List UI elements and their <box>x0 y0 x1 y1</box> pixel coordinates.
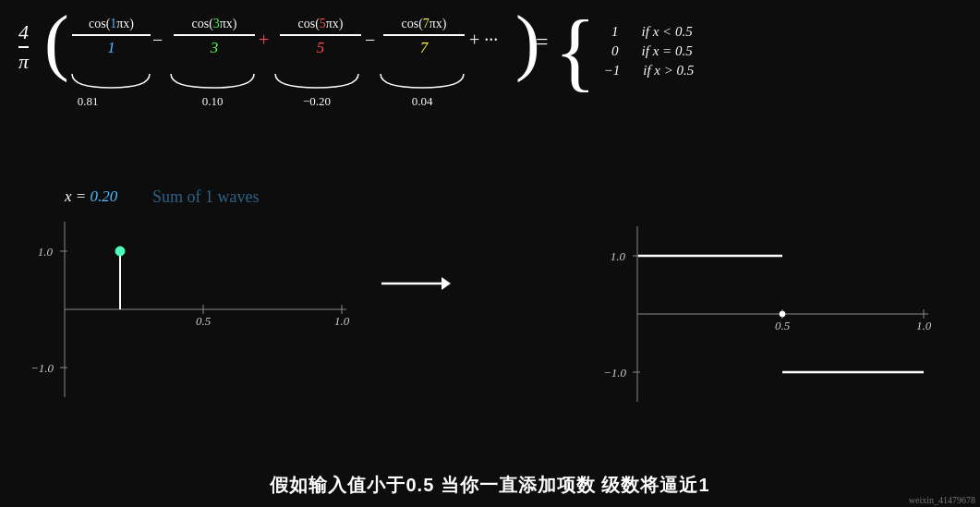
term2-numerator: cos(3πx) <box>191 17 236 31</box>
brace-4 <box>376 69 468 92</box>
piecewise-cases: 1 if x < 0.5 0 if x = 0.5 −1 if x > 0.5 <box>604 24 695 78</box>
svg-text:−1.0: −1.0 <box>603 366 627 380</box>
case2-condition: if x = 0.5 <box>642 43 693 59</box>
left-graph-svg: 1.0 −1.0 0.5 1.0 <box>14 212 360 416</box>
case1-value: 1 <box>604 24 619 40</box>
svg-text:1.0: 1.0 <box>38 245 54 259</box>
op1: − <box>152 30 163 51</box>
case-1: 1 if x < 0.5 <box>604 24 695 40</box>
brace-label-2: 0.10 <box>202 94 224 109</box>
svg-text:1.0: 1.0 <box>334 314 350 328</box>
term-3: cos(5πx) 5 <box>280 17 361 57</box>
case3-condition: if x > 0.5 <box>643 63 694 78</box>
brace-label-3: −0.20 <box>303 94 331 109</box>
op2: + <box>259 30 269 51</box>
svg-point-25 <box>780 311 785 317</box>
svg-text:−1.0: −1.0 <box>30 361 54 375</box>
curly-brace: { <box>554 14 597 89</box>
main-container: 4 π ( cos(1πx) 1 − cos(3πx) 3 + cos(5πx)… <box>0 0 980 507</box>
svg-point-11 <box>115 247 125 256</box>
brace-2 <box>166 69 259 92</box>
op4: + ··· <box>469 30 498 51</box>
op3: − <box>365 30 375 51</box>
svg-text:0.5: 0.5 <box>775 319 791 332</box>
arrow-container <box>377 268 455 304</box>
watermark: weixin_41479678 <box>909 495 975 505</box>
brace-label-1: 0.81 <box>78 94 99 109</box>
arrow-svg <box>377 268 455 300</box>
svg-text:1.0: 1.0 <box>916 319 932 332</box>
svg-text:0.5: 0.5 <box>196 314 212 328</box>
term3-denominator: 5 <box>317 39 325 57</box>
brace-3 <box>271 69 363 92</box>
piecewise-rhs: { 1 if x < 0.5 0 if x = 0.5 −1 if x > 0.… <box>554 14 694 89</box>
big-paren-left: ( <box>44 5 69 78</box>
fraction-denominator: π <box>18 50 29 74</box>
term1-numerator: cos(1πx) <box>89 17 134 31</box>
case-2: 0 if x = 0.5 <box>604 43 695 59</box>
formula-section: 4 π ( cos(1πx) 1 − cos(3πx) 3 + cos(5πx)… <box>9 9 971 171</box>
svg-text:1.0: 1.0 <box>611 249 626 263</box>
fraction-prefix: 4 π <box>18 20 29 74</box>
brace-label-4: 0.04 <box>412 94 433 109</box>
term-1: cos(1πx) 1 <box>72 17 151 57</box>
term-2: cos(3πx) 3 <box>174 17 255 57</box>
term-4: cos(7πx) 7 <box>383 17 465 57</box>
bottom-text: 假如输入值小于0.5 当你一直添加项数 级数将逼近1 <box>0 473 980 498</box>
right-graph-svg: 1.0 −1.0 0.5 1.0 <box>587 217 956 420</box>
term2-denominator: 3 <box>211 39 219 57</box>
case1-condition: if x < 0.5 <box>642 24 693 40</box>
case3-value: −1 <box>604 63 621 78</box>
term4-numerator: cos(7πx) <box>401 17 446 31</box>
equals-sign: = <box>536 30 549 54</box>
graph-subtitle: Sum of 1 waves <box>152 187 260 207</box>
svg-marker-13 <box>442 277 451 290</box>
x-value: 0.20 <box>91 187 118 205</box>
fraction-numerator: 4 <box>18 20 29 44</box>
case2-value: 0 <box>604 43 619 59</box>
left-graph: x = 0.20 Sum of 1 waves 1.0 −1.0 0.5 1.0 <box>14 180 365 425</box>
brace-1 <box>67 69 155 92</box>
term4-denominator: 7 <box>420 39 429 57</box>
case-3: −1 if x > 0.5 <box>604 63 695 78</box>
term3-numerator: cos(5πx) <box>297 17 343 31</box>
term1-denominator: 1 <box>107 39 115 57</box>
right-graph: 1.0 −1.0 0.5 1.0 <box>587 180 965 425</box>
x-value-label: x = 0.20 <box>65 187 117 206</box>
